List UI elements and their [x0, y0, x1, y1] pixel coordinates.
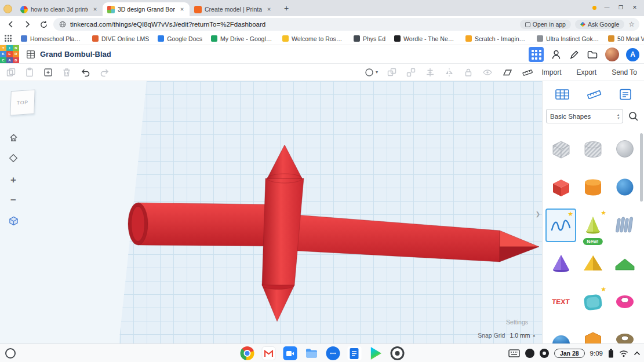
- apps-shortcut-icon[interactable]: [5, 35, 12, 42]
- tray-expand-icon[interactable]: [634, 351, 641, 356]
- tab-close-icon[interactable]: ✕: [178, 5, 186, 13]
- back-button[interactable]: [5, 18, 17, 31]
- design-menu-icon[interactable]: [26, 50, 35, 59]
- keyboard-icon[interactable]: [508, 349, 520, 357]
- ask-google-chip[interactable]: Ask Google: [575, 20, 624, 29]
- clock[interactable]: 9:09: [590, 350, 603, 357]
- tab-printables[interactable]: Create model | Printables.com ✕: [190, 2, 276, 16]
- shape-tile-ribbon[interactable]: [609, 209, 640, 242]
- bookmark-star-icon[interactable]: ☆: [628, 20, 635, 28]
- bookmarks-overflow-icon[interactable]: »: [635, 35, 639, 43]
- date-chip[interactable]: Jan 28: [554, 349, 585, 358]
- shape-tile-polygon[interactable]: [577, 323, 608, 343]
- forward-button[interactable]: [21, 18, 34, 31]
- shape-tile-box[interactable]: [545, 170, 576, 204]
- notification-circle[interactable]: [525, 349, 534, 358]
- duplicate-button[interactable]: [43, 67, 53, 78]
- shape-tile-extrusion[interactable]: ★ New!: [577, 209, 608, 242]
- delete-button[interactable]: [61, 67, 72, 78]
- tinkercad-apps-button[interactable]: [529, 47, 544, 62]
- shape-tile-scribble[interactable]: ★: [545, 209, 576, 242]
- zoom-in-button[interactable]: +: [7, 174, 20, 187]
- bookmark-item[interactable]: Google Docs: [158, 35, 202, 42]
- shape-tile-tube[interactable]: [609, 323, 640, 343]
- ruler-icon[interactable]: [587, 88, 602, 101]
- bookmark-item[interactable]: My Drive - Google D...: [211, 35, 274, 42]
- open-in-app-chip[interactable]: Open in app: [520, 20, 571, 29]
- ungroup-button[interactable]: [406, 67, 416, 78]
- battery-icon[interactable]: [608, 349, 614, 358]
- import-button[interactable]: Import: [541, 68, 561, 76]
- workplane-tool-icon[interactable]: [501, 67, 513, 78]
- orthographic-view-button[interactable]: [7, 152, 20, 164]
- undo-button[interactable]: [80, 67, 91, 78]
- lock-button[interactable]: [463, 67, 474, 78]
- design-tools-icon[interactable]: [569, 49, 580, 60]
- tab-tinkercad[interactable]: 3D design Grand Bombul-Blad ✕: [103, 2, 190, 16]
- shape-tile-hole-cylinder[interactable]: [577, 132, 608, 166]
- messages-icon[interactable]: [326, 346, 340, 360]
- group-button[interactable]: [387, 67, 397, 78]
- chrome-icon[interactable]: [240, 346, 254, 360]
- bookmark-item[interactable]: Welcome to Rosetta...: [282, 35, 345, 42]
- shape-search-button[interactable]: [628, 111, 639, 122]
- do-not-disturb-icon[interactable]: [540, 349, 549, 358]
- reload-button[interactable]: [37, 18, 50, 31]
- perspective-toggle-button[interactable]: [7, 214, 20, 227]
- copy-button[interactable]: [6, 67, 16, 78]
- projects-folder-icon[interactable]: [587, 49, 598, 60]
- close-button[interactable]: ✕: [629, 2, 641, 13]
- gmail-icon[interactable]: [261, 346, 275, 360]
- send-to-button[interactable]: Send To: [612, 68, 637, 76]
- design-title[interactable]: Grand Bombul-Blad: [40, 50, 111, 58]
- bookmark-item[interactable]: Homeschool Planet™: [21, 35, 83, 42]
- shape-tile-torus[interactable]: [609, 285, 640, 319]
- shape-tile-smart-shape[interactable]: ★: [577, 285, 608, 319]
- notes-icon[interactable]: [618, 88, 632, 101]
- panel-scrollbar[interactable]: [640, 133, 643, 202]
- profile-avatar[interactable]: [605, 47, 619, 61]
- wifi-icon[interactable]: [619, 350, 628, 357]
- url-field[interactable]: tinkercad.com/things/eQI8qW7vVsJ/edit?re…: [53, 18, 639, 31]
- camera-icon[interactable]: [390, 346, 404, 360]
- shape-tile-hole-sphere[interactable]: [609, 132, 640, 166]
- tab-close-icon[interactable]: ✕: [91, 5, 99, 13]
- model-sword[interactable]: [128, 145, 539, 321]
- shape-tile-text[interactable]: TEXT: [545, 285, 576, 319]
- shape-tile-roof[interactable]: [609, 247, 640, 280]
- site-info-icon[interactable]: [59, 21, 66, 28]
- meet-icon[interactable]: [283, 346, 297, 360]
- people-icon[interactable]: [551, 49, 562, 60]
- shape-tile-cylinder[interactable]: [577, 170, 608, 204]
- panel-collapse-handle[interactable]: ❯: [534, 204, 541, 224]
- bookmark-item[interactable]: DIVE Online LMS: [92, 35, 149, 42]
- shape-tile-sphere[interactable]: [609, 170, 640, 204]
- shape-category-select[interactable]: Basic Shapes ▴▾: [546, 109, 623, 123]
- redo-button[interactable]: [99, 67, 110, 78]
- align-button[interactable]: [425, 67, 435, 78]
- docs-icon[interactable]: [347, 346, 361, 360]
- tab-close-icon[interactable]: ✕: [265, 5, 273, 13]
- tab-printer-bed[interactable]: how to clean 3d printer bed - G ✕: [16, 2, 103, 16]
- play-store-icon[interactable]: [369, 346, 383, 360]
- bookmark-item[interactable]: Phys Ed: [354, 35, 385, 42]
- launcher-button[interactable]: [5, 348, 16, 359]
- tinkercad-logo[interactable]: TIN KER CAD: [0, 45, 19, 64]
- files-icon[interactable]: [304, 346, 318, 360]
- minimize-button[interactable]: —: [601, 2, 613, 13]
- bookmark-item[interactable]: Scratch - Imagine, P...: [465, 35, 528, 42]
- workplane-grid-icon[interactable]: [555, 88, 570, 101]
- account-avatar[interactable]: A: [626, 48, 639, 61]
- ruler-tool-icon[interactable]: [522, 67, 533, 78]
- snap-grid-dropdown[interactable]: 1.0 mm ▴: [510, 332, 535, 339]
- bookmark-item[interactable]: Wordle - The New Y...: [394, 35, 457, 42]
- maximize-button[interactable]: ❐: [615, 2, 627, 13]
- show-all-button[interactable]: ▾: [364, 67, 378, 78]
- shape-tile-hole-box[interactable]: [545, 132, 576, 166]
- flip-button[interactable]: [444, 67, 454, 78]
- hide-button[interactable]: [482, 67, 493, 78]
- shape-tile-half-sphere[interactable]: [545, 323, 576, 343]
- zoom-out-button[interactable]: −: [7, 194, 20, 207]
- export-button[interactable]: Export: [576, 68, 596, 76]
- tab-search-button[interactable]: [3, 5, 12, 13]
